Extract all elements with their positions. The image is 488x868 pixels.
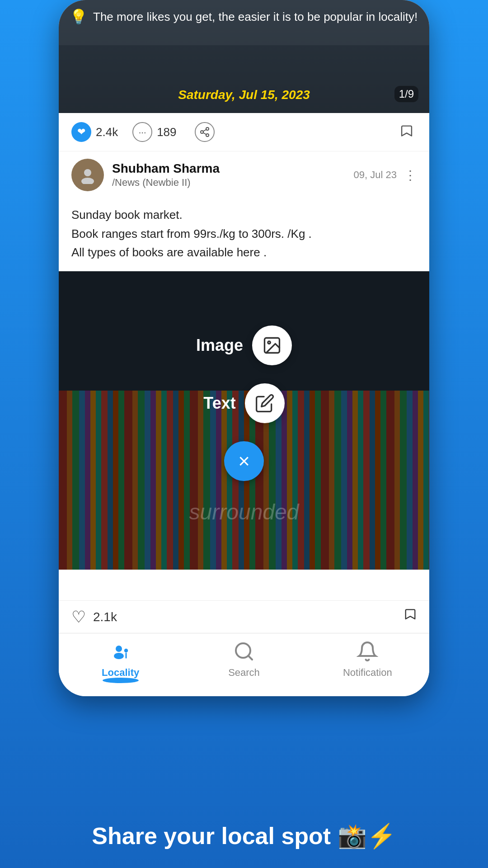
fab-text-label: Text (203, 394, 235, 413)
fab-text-item[interactable]: Text (203, 383, 284, 423)
phone-frame: 💡 The more likes you get, the easier it … (59, 0, 429, 696)
svg-line-3 (203, 133, 206, 135)
bottom-like-bar: ♡ 2.1k (59, 600, 429, 633)
svg-point-10 (114, 653, 124, 659)
comment-action[interactable]: ··· 189 (132, 122, 176, 142)
comment-count: 189 (157, 125, 176, 139)
more-options-icon[interactable]: ⋮ (404, 168, 417, 183)
nav-label-locality: Locality (102, 667, 139, 679)
author-tag: /News (Newbie II) (112, 177, 354, 189)
top-banner: 💡 The more likes you get, the easier it … (59, 0, 429, 113)
post-author: Shubham Sharma /News (Newbie II) 09, Jul… (59, 151, 429, 198)
bottom-bookmark-icon[interactable] (404, 608, 417, 626)
nav-label-search: Search (228, 667, 260, 679)
nav-item-notification[interactable]: Notification (340, 641, 394, 687)
tip-bar: 💡 The more likes you get, the easier it … (59, 0, 429, 33)
comment-bubble-icon[interactable]: ··· (132, 122, 152, 142)
svg-point-8 (268, 341, 271, 344)
nav-item-search[interactable]: Search (217, 641, 271, 687)
notification-icon (357, 641, 378, 664)
fab-text-button[interactable] (245, 383, 285, 423)
fab-image-label: Image (196, 336, 243, 355)
svg-point-11 (124, 648, 128, 653)
nav-active-indicator (103, 678, 139, 683)
like-action[interactable]: ❤ 2.4k (71, 122, 118, 142)
fab-image-button[interactable] (252, 326, 292, 365)
svg-point-6 (81, 178, 94, 184)
svg-point-9 (116, 646, 122, 652)
date-overlay: Saturday, Jul 15, 2023 (178, 88, 310, 102)
share-icon[interactable] (195, 122, 215, 142)
action-bar: ❤ 2.4k ··· 189 (59, 113, 429, 151)
post-text: Sunday book market. Book ranges start fr… (59, 198, 429, 271)
bottom-like-count: 2.1k (93, 610, 117, 624)
svg-line-13 (248, 656, 252, 660)
svg-point-5 (84, 169, 91, 176)
surrounded-text: surrounded (189, 500, 299, 524)
avatar (71, 159, 104, 191)
search-icon (233, 641, 255, 664)
bottom-tagline: Share your local spot 📸⚡ (0, 822, 488, 850)
fab-image-item[interactable]: Image (196, 326, 292, 365)
share-action[interactable] (195, 122, 215, 142)
post-date: 09, Jul 23 (354, 169, 397, 181)
page-indicator: 1/9 (394, 86, 418, 102)
fab-close-button[interactable]: × (224, 441, 264, 481)
svg-line-4 (203, 130, 206, 132)
fab-menu: Image Text (196, 326, 292, 481)
nav-label-notification: Notification (343, 667, 392, 679)
heart-outline-icon[interactable]: ♡ (71, 608, 86, 627)
post-image-area: surrounded Image Text (59, 271, 429, 570)
post-line-3: All types of books are available here . (71, 243, 417, 262)
post-line-2: Book ranges start from 99rs./kg to 300rs… (71, 225, 417, 244)
author-name: Shubham Sharma (112, 161, 354, 176)
author-info: Shubham Sharma /News (Newbie II) (112, 161, 354, 189)
bottom-nav: Locality Search Notification (59, 633, 429, 696)
tip-icon: 💡 (70, 8, 88, 25)
nav-item-locality[interactable]: Locality (94, 641, 148, 683)
bookmark-button[interactable] (397, 122, 417, 142)
post-line-1: Sunday book market. (71, 206, 417, 225)
tip-text: The more likes you get, the easier it is… (93, 9, 418, 25)
like-count: 2.4k (96, 125, 118, 139)
locality-icon (109, 641, 132, 664)
heart-filled-icon[interactable]: ❤ (71, 122, 91, 142)
